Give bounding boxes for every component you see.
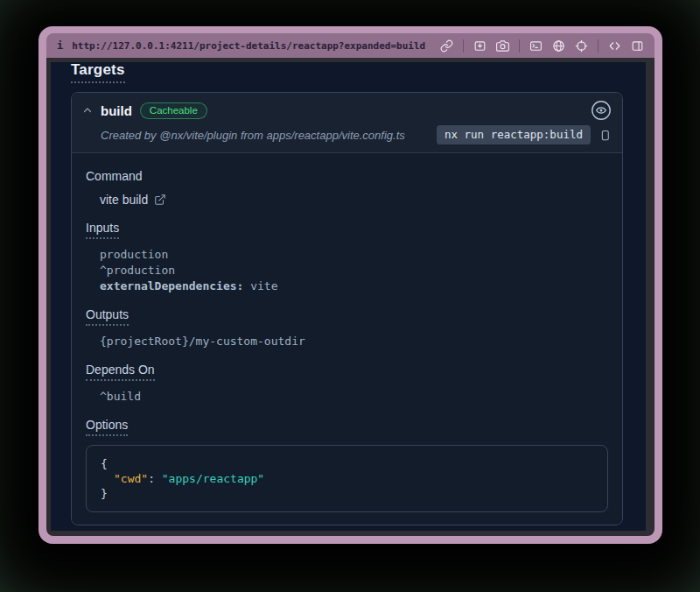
outputs-label: Outputs [86, 307, 129, 326]
terminal-icon[interactable] [529, 39, 542, 53]
page-content: Targets build Cacheable C [51, 62, 646, 531]
toolbar-separator [463, 39, 464, 53]
window-inner-frame: Targets build Cacheable C [46, 58, 654, 536]
input-item: ^production [100, 263, 608, 278]
import-image-icon[interactable] [473, 39, 486, 53]
input-key: externalDependencies: [100, 279, 243, 292]
command-section: Command vite build [86, 168, 608, 208]
command-label: Command [86, 169, 143, 183]
options-code-block: { "cwd": "apps/reactapp" } [86, 445, 608, 512]
code-icon[interactable] [608, 39, 621, 53]
url-bar[interactable]: http://127.0.0.1:4211/project-details/re… [72, 40, 425, 52]
chevron-up-icon[interactable] [82, 105, 93, 116]
crosshair-icon[interactable] [575, 39, 588, 53]
toolbar-separator [598, 39, 598, 53]
titlebar-toolbar [440, 39, 644, 53]
browser-window: i http://127.0.0.1:4211/project-details/… [38, 26, 662, 544]
target-card-build: build Cacheable Created by @nx/vite/plug… [71, 92, 623, 525]
page-title: Targets [71, 62, 125, 83]
inputs-section: Inputs production ^production externalDe… [86, 220, 608, 294]
toolbar-separator [519, 39, 520, 53]
options-label: Options [86, 418, 128, 436]
inputs-label: Inputs [86, 221, 119, 239]
input-item: externalDependencies: vite [100, 278, 608, 294]
created-by-text: Created by @nx/vite/plugin from apps/rea… [101, 129, 405, 142]
split-view-icon[interactable] [631, 39, 644, 53]
options-section: Options { "cwd": "apps/reactapp" } [86, 417, 608, 512]
copy-icon[interactable] [598, 129, 612, 142]
browser-titlebar: i http://127.0.0.1:4211/project-details/… [46, 33, 654, 58]
outputs-section: Outputs {projectRoot}/my-custom-outdir [86, 307, 608, 349]
code-line: } [101, 486, 593, 501]
depends-on-label: Depends On [86, 363, 155, 381]
command-value: vite build [100, 192, 148, 208]
json-string-value: "apps/reactapp" [162, 472, 264, 485]
target-name: build [101, 103, 132, 118]
run-command-chip[interactable]: nx run reactapp:build [437, 125, 591, 144]
output-item: {projectRoot}/my-custom-outdir [100, 334, 608, 349]
info-icon: i [57, 39, 63, 52]
code-line: "cwd": "apps/reactapp" [101, 471, 593, 486]
input-value: vite [243, 279, 277, 292]
depends-on-section: Depends On ^build [86, 362, 608, 405]
external-link-icon[interactable] [154, 194, 166, 206]
build-card-header[interactable]: build Cacheable Created by @nx/vite/plug… [72, 93, 622, 153]
json-property: "cwd" [114, 472, 148, 485]
depends-on-item: ^build [100, 389, 608, 405]
cacheable-badge: Cacheable [140, 102, 207, 119]
input-item: production [100, 247, 608, 263]
globe-icon[interactable] [552, 39, 565, 53]
camera-icon[interactable] [496, 39, 509, 53]
build-card-body: Command vite build Inputs production [72, 153, 622, 525]
code-line: { [101, 456, 593, 471]
view-in-graph-button[interactable] [591, 100, 612, 121]
link-icon[interactable] [440, 39, 453, 53]
